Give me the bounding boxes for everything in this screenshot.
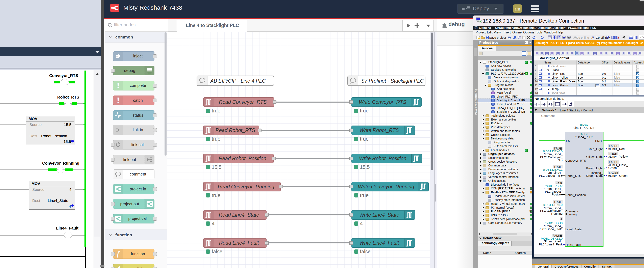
svg-text:RT: RT [569,37,570,38]
svg-text:??: ?? [556,103,559,106]
svg-text:?: ? [608,37,610,39]
